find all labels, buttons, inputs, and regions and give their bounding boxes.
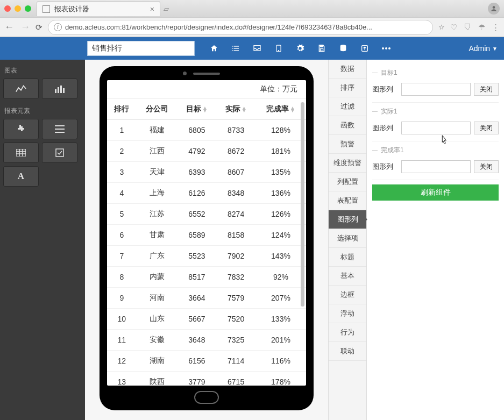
- table-scroll[interactable]: 排行分公司目标▲▼实际▲▼完成率▲▼ 1福建68058733128%2江西479…: [107, 99, 306, 386]
- prop-tab-维度预警[interactable]: 维度预警: [329, 154, 366, 173]
- prop-tab-行为[interactable]: 行为: [329, 323, 366, 342]
- table-row[interactable]: 13陕西37796715178%: [107, 372, 306, 386]
- favicon-icon: [42, 5, 50, 13]
- gear-icon[interactable]: [290, 39, 310, 58]
- menu-icon[interactable]: ⋮: [492, 23, 500, 32]
- design-canvas[interactable]: 单位：万元 排行分公司目标▲▼实际▲▼完成率▲▼ 1福建68058733128%…: [85, 60, 328, 420]
- window-controls[interactable]: [4, 5, 31, 12]
- app-body: 图表 报表元素 A 单位：万元 排行分公司目标▲▼实际▲▼完成率▲▼ 1福建68…: [0, 60, 504, 420]
- property-tabs: 数据排序过滤函数预警维度预警列配置表配置图形列选择项标题基本边框浮动行为联动: [328, 60, 367, 420]
- checkbox-tool[interactable]: [42, 143, 77, 163]
- umbrella-icon[interactable]: ☂: [478, 23, 485, 32]
- config-section-title: 目标1: [372, 64, 499, 80]
- prop-tab-基本[interactable]: 基本: [329, 267, 366, 286]
- col-rank[interactable]: 排行: [107, 99, 137, 120]
- site-info-icon[interactable]: i: [54, 23, 62, 31]
- list-icon[interactable]: [226, 39, 245, 58]
- back-icon[interactable]: ←: [4, 22, 14, 33]
- profile-icon[interactable]: [488, 3, 500, 15]
- svg-point-16: [388, 47, 391, 49]
- text-tool[interactable]: A: [3, 166, 39, 187]
- prop-tab-表配置[interactable]: 表配置: [329, 191, 366, 210]
- col-target[interactable]: 目标▲▼: [178, 99, 217, 120]
- svg-rect-24: [16, 149, 26, 156]
- prop-tab-选择项[interactable]: 选择项: [329, 229, 366, 248]
- home-icon[interactable]: [204, 39, 224, 58]
- prop-tab-边框[interactable]: 边框: [329, 286, 366, 304]
- prop-tab-过滤[interactable]: 过滤: [329, 97, 366, 116]
- config-field-label: 图形列: [372, 162, 398, 172]
- svg-rect-21: [55, 125, 65, 126]
- table-tool[interactable]: [3, 143, 39, 163]
- config-close-button[interactable]: 关闭: [474, 160, 499, 173]
- config-field-label: 图形列: [372, 123, 398, 133]
- config-field-input[interactable]: [401, 83, 471, 96]
- table-row[interactable]: 5江苏65528274126%: [107, 204, 306, 225]
- report-title-input[interactable]: [87, 41, 195, 56]
- more-icon[interactable]: [377, 39, 396, 58]
- config-field-input[interactable]: [401, 160, 471, 173]
- save-icon[interactable]: [312, 39, 331, 58]
- prop-tab-列配置[interactable]: 列配置: [329, 173, 366, 191]
- tablet-icon[interactable]: [269, 39, 288, 58]
- config-row: 图形列关闭: [372, 80, 499, 103]
- data-table: 排行分公司目标▲▼实际▲▼完成率▲▼ 1福建68058733128%2江西479…: [107, 99, 306, 386]
- inbox-icon[interactable]: [247, 39, 267, 58]
- prop-tab-排序[interactable]: 排序: [329, 79, 366, 97]
- table-row[interactable]: 12湖南61567114116%: [107, 351, 306, 372]
- database-icon[interactable]: [333, 39, 353, 58]
- component-tool[interactable]: [3, 119, 39, 139]
- menu-tool[interactable]: [42, 119, 77, 139]
- prop-tab-预警[interactable]: 预警: [329, 135, 366, 154]
- scrollbar[interactable]: [301, 102, 304, 307]
- table-row[interactable]: 10山东56677520133%: [107, 309, 306, 330]
- prop-tab-数据[interactable]: 数据: [329, 60, 366, 79]
- table-row[interactable]: 2江西47928672181%: [107, 141, 306, 162]
- svg-rect-22: [55, 129, 65, 130]
- browser-tab[interactable]: 报表设计器 ×: [37, 1, 160, 16]
- share-icon[interactable]: [355, 39, 374, 58]
- section-charts-label: 图表: [3, 64, 82, 79]
- config-close-button[interactable]: 关闭: [474, 122, 499, 134]
- config-close-button[interactable]: 关闭: [474, 83, 499, 96]
- col-rate[interactable]: 完成率▲▼: [255, 99, 306, 120]
- svg-point-15: [385, 47, 387, 49]
- url-field[interactable]: i demo.acleus.com:81/workbench/report/de…: [48, 20, 433, 35]
- user-menu[interactable]: Admin ▼: [468, 44, 498, 53]
- col-company[interactable]: 分公司: [137, 99, 178, 120]
- reload-icon[interactable]: ⟳: [36, 23, 42, 32]
- bar-chart-tool[interactable]: [42, 79, 77, 99]
- table-row[interactable]: 9河南36647579207%: [107, 288, 306, 309]
- table-row[interactable]: 1福建68058733128%: [107, 120, 306, 141]
- extension-icon[interactable]: ♡: [450, 23, 457, 32]
- close-window-icon[interactable]: [4, 5, 11, 12]
- prop-tab-标题[interactable]: 标题: [329, 248, 366, 267]
- line-chart-tool[interactable]: [3, 79, 39, 99]
- prop-tab-函数[interactable]: 函数: [329, 116, 366, 135]
- maximize-window-icon[interactable]: [25, 5, 31, 12]
- bookmark-icon[interactable]: ☆: [438, 23, 445, 31]
- svg-rect-5: [232, 50, 233, 51]
- svg-rect-18: [58, 87, 59, 93]
- table-row[interactable]: 8内蒙8517783292%: [107, 267, 306, 288]
- svg-rect-29: [56, 149, 63, 156]
- minimize-window-icon[interactable]: [15, 5, 21, 12]
- table-row[interactable]: 4上海61268348136%: [107, 183, 306, 204]
- svg-point-14: [382, 47, 384, 49]
- device-screen: 单位：万元 排行分公司目标▲▼实际▲▼完成率▲▼ 1福建68058733128%…: [107, 80, 306, 386]
- svg-rect-19: [60, 86, 62, 93]
- config-field-input[interactable]: [401, 122, 471, 134]
- table-row[interactable]: 6甘肃65898158124%: [107, 225, 306, 246]
- table-row[interactable]: 11安徽36487325201%: [107, 330, 306, 351]
- shield-icon[interactable]: ⛉: [464, 23, 472, 32]
- prop-tab-图形列[interactable]: 图形列: [329, 210, 366, 229]
- table-row[interactable]: 3天津63938607135%: [107, 162, 306, 183]
- new-tab-button[interactable]: ▱: [164, 5, 169, 13]
- col-actual[interactable]: 实际▲▼: [216, 99, 255, 120]
- prop-tab-浮动[interactable]: 浮动: [329, 304, 366, 323]
- table-row[interactable]: 7广东55237902143%: [107, 246, 306, 267]
- tab-close-icon[interactable]: ×: [150, 5, 154, 13]
- prop-tab-联动[interactable]: 联动: [329, 342, 366, 361]
- refresh-component-button[interactable]: 刷新组件: [372, 184, 499, 201]
- config-section-title: 完成率1: [372, 141, 499, 157]
